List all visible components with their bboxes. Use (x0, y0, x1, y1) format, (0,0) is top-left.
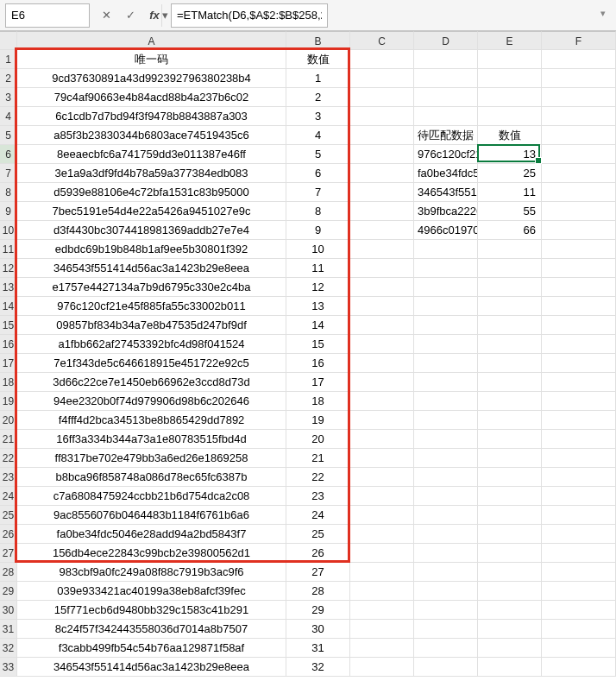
col-a-value[interactable]: 15f771ecb6d9480bb329c1583c41b291 (17, 601, 286, 620)
row-header[interactable]: 33 (0, 658, 17, 677)
cell[interactable] (350, 411, 414, 430)
cell[interactable] (350, 582, 414, 601)
cell[interactable] (350, 240, 414, 259)
cell[interactable] (350, 316, 414, 335)
cell[interactable] (542, 430, 616, 449)
cell[interactable] (542, 335, 616, 354)
col-b-value[interactable]: 30 (286, 620, 350, 639)
cell[interactable] (414, 582, 478, 601)
cell[interactable] (478, 658, 542, 677)
col-a-value[interactable]: d3f4430bc3074418981369addb27e7e4 (17, 221, 286, 240)
lookup-val[interactable]: 55 (478, 202, 542, 221)
cell[interactable] (478, 582, 542, 601)
row-header[interactable]: 21 (0, 430, 17, 449)
row-header[interactable]: 32 (0, 639, 17, 658)
cell[interactable] (478, 601, 542, 620)
col-a-value[interactable]: 94ee2320b0f74d979906d98b6c202646 (17, 392, 286, 411)
lookup-val[interactable]: 25 (478, 164, 542, 183)
cell[interactable] (542, 354, 616, 373)
lookup-key[interactable]: 346543f55141 (414, 183, 478, 202)
col-a-value[interactable]: 6c1cdb7d7bd94f3f9478b8843887a303 (17, 107, 286, 126)
lookup-val[interactable]: 13 (478, 145, 542, 164)
cell[interactable] (350, 392, 414, 411)
row-header[interactable]: 23 (0, 468, 17, 487)
row-header[interactable]: 11 (0, 240, 17, 259)
cell[interactable] (478, 240, 542, 259)
col-a-value[interactable]: a85f3b23830344b6803ace74519435c6 (17, 126, 286, 145)
col-b-value[interactable]: 25 (286, 525, 350, 544)
cell[interactable] (542, 601, 616, 620)
col-b-value[interactable]: 10 (286, 240, 350, 259)
cell[interactable] (478, 544, 542, 563)
col-a-value[interactable]: 156db4ece22843c99bcb2e39800562d1 (17, 544, 286, 563)
cell[interactable] (478, 354, 542, 373)
col-b-value[interactable]: 4 (286, 126, 350, 145)
cell[interactable] (478, 449, 542, 468)
cell[interactable] (542, 240, 616, 259)
row-header[interactable]: 6 (0, 145, 17, 164)
col-a-value[interactable]: 346543f551414d56ac3a1423b29e8eea (17, 259, 286, 278)
row-header[interactable]: 22 (0, 449, 17, 468)
col-a-header[interactable]: 唯一码 (17, 50, 286, 69)
cell[interactable] (414, 506, 478, 525)
cell[interactable] (542, 563, 616, 582)
cell[interactable] (350, 639, 414, 658)
col-b-value[interactable]: 16 (286, 354, 350, 373)
cell[interactable] (414, 449, 478, 468)
col-a-value[interactable]: 9ac8556076b0464483b1184f6761b6a6 (17, 506, 286, 525)
col-b-value[interactable]: 3 (286, 107, 350, 126)
row-header[interactable]: 14 (0, 297, 17, 316)
cell[interactable] (414, 88, 478, 107)
cell[interactable] (350, 506, 414, 525)
col-b-value[interactable]: 7 (286, 183, 350, 202)
row-header[interactable]: 20 (0, 411, 17, 430)
col-header-E[interactable]: E (478, 31, 542, 50)
row-header[interactable]: 1 (0, 50, 17, 69)
cell[interactable] (542, 50, 616, 69)
cell[interactable] (542, 297, 616, 316)
cell[interactable] (350, 468, 414, 487)
cell[interactable] (414, 620, 478, 639)
cell[interactable] (414, 639, 478, 658)
cell[interactable] (478, 411, 542, 430)
cell[interactable] (542, 449, 616, 468)
col-b-value[interactable]: 27 (286, 563, 350, 582)
col-header-A[interactable]: A (17, 31, 286, 50)
cell[interactable] (350, 658, 414, 677)
cell[interactable] (478, 373, 542, 392)
cell[interactable] (414, 487, 478, 506)
cell[interactable] (414, 658, 478, 677)
cell[interactable] (350, 278, 414, 297)
cell[interactable] (478, 487, 542, 506)
col-b-value[interactable]: 20 (286, 430, 350, 449)
cell[interactable] (350, 335, 414, 354)
sheet-grid[interactable]: ABCDEF1唯一码数值29cd37630891a43d992392796380… (0, 31, 616, 677)
cell[interactable] (478, 69, 542, 88)
row-header[interactable]: 8 (0, 183, 17, 202)
cell[interactable] (478, 563, 542, 582)
row-header[interactable]: 29 (0, 582, 17, 601)
cell[interactable] (414, 69, 478, 88)
col-a-value[interactable]: 039e933421ac40199a38eb8afcf39fec (17, 582, 286, 601)
cell[interactable] (542, 278, 616, 297)
cell[interactable] (478, 297, 542, 316)
col-a-value[interactable]: b8bca96f858748a086d78ec65fc6387b (17, 468, 286, 487)
cell[interactable] (350, 145, 414, 164)
row-header[interactable]: 18 (0, 373, 17, 392)
row-header[interactable]: 30 (0, 601, 17, 620)
row-header[interactable]: 27 (0, 544, 17, 563)
col-a-value[interactable]: 9cd37630891a43d992392796380238b4 (17, 69, 286, 88)
row-header[interactable]: 28 (0, 563, 17, 582)
cell[interactable] (478, 278, 542, 297)
row-header[interactable]: 25 (0, 506, 17, 525)
cell[interactable] (542, 183, 616, 202)
cell[interactable] (478, 88, 542, 107)
col-b-value[interactable]: 23 (286, 487, 350, 506)
cell[interactable] (414, 354, 478, 373)
lookup-key[interactable]: 3b9fbca22262 (414, 202, 478, 221)
cell[interactable] (350, 183, 414, 202)
cell[interactable] (414, 373, 478, 392)
row-header[interactable]: 15 (0, 316, 17, 335)
cell[interactable] (542, 221, 616, 240)
row-header[interactable]: 10 (0, 221, 17, 240)
